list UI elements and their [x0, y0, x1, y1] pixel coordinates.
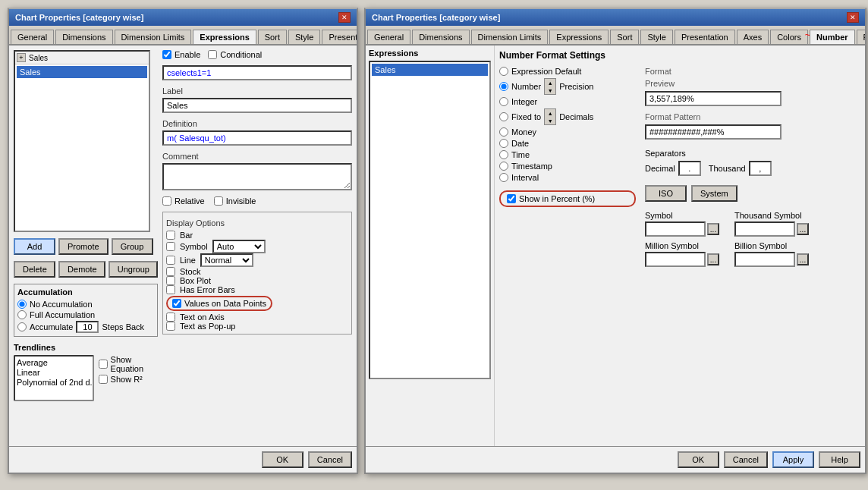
time-radio[interactable] [499, 150, 508, 159]
tab-presentation-right[interactable]: Presentation [675, 30, 735, 45]
date-radio[interactable] [499, 139, 508, 148]
cancel-button-left[interactable]: Cancel [308, 451, 352, 468]
ok-button-left[interactable]: OK [262, 451, 303, 468]
values-on-datapoints-checkbox[interactable] [172, 299, 181, 308]
ok-button-right[interactable]: OK [678, 451, 719, 468]
ungroup-button[interactable]: Ungroup [108, 261, 158, 278]
accumulate-radio[interactable] [17, 322, 27, 331]
text-as-popup-checkbox[interactable] [166, 322, 175, 331]
money-radio[interactable] [499, 127, 508, 137]
relative-checkbox[interactable] [162, 196, 171, 206]
format-pattern-input[interactable] [645, 124, 782, 140]
tab-style-left[interactable]: Style [288, 30, 320, 45]
number-radio[interactable] [499, 82, 508, 91]
help-button[interactable]: Help [819, 451, 860, 468]
thousand-symbol-label: Thousand Symbol [734, 211, 809, 220]
left-close-button[interactable]: ✕ [338, 12, 351, 23]
fixed-spin-up[interactable]: ▲ [545, 109, 555, 117]
stock-checkbox[interactable] [166, 267, 175, 276]
comment-textarea[interactable] [162, 163, 352, 190]
tab-font-right[interactable]: Font ~ [857, 30, 865, 45]
symbol-item: Symbol ... [645, 211, 719, 237]
symbol-checkbox[interactable] [166, 242, 175, 251]
symbol-input[interactable] [645, 221, 706, 237]
promote-button[interactable]: Promote [58, 238, 108, 255]
invisible-checkbox[interactable] [214, 196, 223, 206]
no-accumulation-radio[interactable] [17, 300, 27, 309]
right-expr-item-sales[interactable]: Sales [372, 64, 488, 76]
add-button[interactable]: Add [14, 238, 55, 255]
format-pattern-label: Format Pattern [645, 112, 860, 121]
apply-button[interactable]: Apply [772, 451, 814, 468]
nf-radios: Expression Default Number ▲ ▼ Precision [499, 67, 636, 272]
conditional-checkbox[interactable] [208, 50, 217, 59]
show-percent-checkbox[interactable] [507, 194, 516, 203]
thousand-sep-input[interactable] [749, 161, 772, 176]
fixed-to-radio[interactable] [499, 112, 508, 121]
expr-default-radio[interactable] [499, 67, 508, 76]
system-button[interactable]: System [691, 185, 737, 202]
bar-checkbox[interactable] [166, 231, 175, 240]
right-close-button[interactable]: ✕ [847, 12, 859, 23]
trendlines-list[interactable]: Average Linear Polynomial of 2nd d... [14, 355, 94, 401]
group-button[interactable]: Group [112, 238, 153, 255]
steps-input[interactable] [76, 321, 99, 333]
delete-button[interactable]: Delete [14, 261, 55, 278]
definition-input[interactable] [162, 130, 352, 146]
tab-dimensions-right[interactable]: Dimensions [412, 30, 469, 45]
billion-symbol-input[interactable] [734, 252, 795, 267]
number-spin-down[interactable]: ▼ [545, 86, 555, 94]
show-equation-checkbox[interactable] [99, 360, 108, 369]
symbol-browse-btn[interactable]: ... [707, 223, 719, 235]
error-bars-checkbox[interactable] [166, 285, 175, 294]
tab-colors-right[interactable]: Colors ~ [770, 30, 808, 45]
bar-label: Bar [180, 231, 193, 240]
expand-button[interactable]: + [17, 53, 26, 62]
number-spin-up[interactable]: ▲ [545, 79, 555, 86]
tab-general-left[interactable]: General [11, 30, 54, 45]
no-accumulation-label: No Accumulation [30, 300, 93, 309]
boxplot-checkbox[interactable] [166, 276, 175, 285]
integer-radio[interactable] [499, 97, 508, 106]
full-accumulation-radio[interactable] [17, 310, 27, 319]
million-symbol-input[interactable] [645, 252, 706, 267]
tab-sort-left[interactable]: Sort [258, 30, 287, 45]
fixed-spin-down[interactable]: ▼ [545, 117, 555, 124]
tab-expressions-right[interactable]: Expressions [549, 30, 609, 45]
integer-label: Integer [511, 97, 537, 106]
preview-input[interactable] [645, 91, 782, 106]
tab-number-right[interactable]: Number [810, 30, 855, 45]
million-symbol-browse-btn[interactable]: ... [707, 253, 719, 265]
line-checkbox[interactable] [166, 256, 175, 265]
line-select[interactable]: Normal [200, 253, 253, 267]
accumulate-label: Accumulate [30, 322, 73, 331]
iso-button[interactable]: ISO [645, 185, 687, 202]
thousand-symbol-input[interactable] [734, 221, 795, 237]
show-r2-checkbox[interactable] [99, 375, 108, 384]
interval-radio[interactable] [499, 173, 508, 182]
label-input[interactable] [162, 98, 352, 113]
decimal-sep-input[interactable] [678, 161, 701, 176]
tab-dimension-limits-left[interactable]: Dimension Limits [115, 30, 192, 45]
demote-button[interactable]: Demote [58, 261, 105, 278]
symbol-select[interactable]: Auto [212, 240, 266, 253]
tab-sort-right[interactable]: Sort [610, 30, 639, 45]
tab-dimensions-left[interactable]: Dimensions [55, 30, 112, 45]
text-on-axis-checkbox[interactable] [166, 313, 175, 322]
tab-axes-right[interactable]: Axes [737, 30, 769, 45]
billion-symbol-browse-btn[interactable]: ... [797, 253, 809, 265]
cselects-input[interactable] [162, 65, 352, 80]
separators-section: Separators Decimal Thousand [645, 149, 860, 176]
right-dialog-title: Chart Properties [category wise] [372, 13, 500, 22]
timestamp-radio[interactable] [499, 162, 508, 171]
tab-presentation-left[interactable]: Presentation [322, 30, 357, 45]
tab-style-right[interactable]: Style [640, 30, 672, 45]
expr-item-sales[interactable]: Sales [17, 66, 147, 78]
tab-expressions-left[interactable]: Expressions [193, 30, 256, 45]
thousand-symbol-browse-btn[interactable]: ... [797, 223, 809, 235]
tab-dim-limits-right[interactable]: Dimension Limits [471, 30, 549, 45]
expr-default-row: Expression Default [499, 67, 636, 76]
enable-checkbox[interactable] [162, 50, 171, 59]
cancel-button-right[interactable]: Cancel [724, 451, 768, 468]
tab-general-right[interactable]: General [367, 30, 410, 45]
